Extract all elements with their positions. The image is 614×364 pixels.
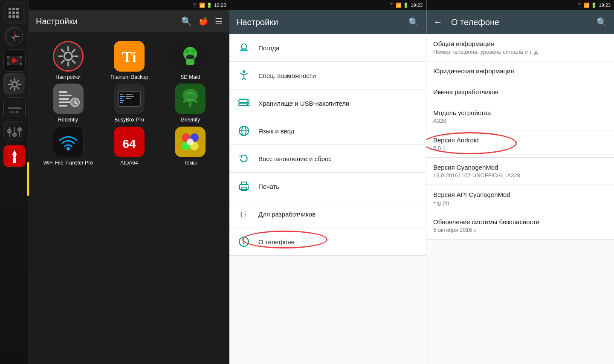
apple-icon[interactable]: 🍎 [199, 17, 208, 26]
dock-icon-film[interactable] [3, 49, 26, 72]
settings-item-language[interactable]: Язык и ввод [229, 117, 426, 145]
settings-item-weather[interactable]: Погода [229, 34, 426, 62]
about-search-icon[interactable]: 🔍 [597, 17, 607, 27]
about-time: 19:23 [599, 3, 611, 8]
svg-text:01:34: 01:34 [10, 110, 19, 114]
svg-rect-19 [7, 63, 9, 65]
app-icon-sdmaid [175, 41, 206, 72]
app-item-recently[interactable]: Recently [39, 84, 97, 123]
settings-item-language-label: Язык и ввод [258, 127, 294, 135]
settings-search-icon[interactable]: 🔍 [408, 17, 419, 27]
settings-item-about-label: О телефоне [258, 238, 295, 246]
app-icon-themes [175, 127, 206, 157]
svg-rect-6 [12, 15, 15, 18]
app-item-aida[interactable]: 64 AIDA64 [100, 127, 158, 166]
dock: 01:34 [0, 0, 29, 364]
menu-icon[interactable]: ☰ [215, 16, 223, 26]
drawer-header-actions: 🔍 🍎 ☰ [181, 16, 223, 26]
about-item-api-title: Версия API CyanogenMod [433, 191, 607, 198]
settings-item-developer[interactable]: {} Для разработчиков [229, 200, 426, 228]
svg-point-61 [185, 49, 189, 53]
weather-icon [236, 40, 252, 55]
back-button[interactable]: ← [433, 17, 443, 28]
about-status-icons: 📱 📶 🔋 [576, 3, 597, 8]
about-item-legal-title: Юридическая информация [433, 67, 607, 75]
app-icon-wifi [53, 127, 84, 157]
dock-icon-clock[interactable]: 01:34 [3, 97, 26, 119]
about-item-api[interactable]: Версия API CyanogenMod Fig (6) [426, 185, 614, 212]
settings-item-weather-label: Погода [258, 44, 279, 52]
app-item-titanium[interactable]: Ti Titanium Backup [100, 41, 158, 80]
about-item-general-title: Общая информация [433, 40, 607, 47]
svg-point-102 [247, 104, 248, 105]
app-item-busybox[interactable]: BusyBox Pro [100, 84, 158, 123]
svg-rect-7 [16, 8, 19, 10]
app-item-themes[interactable]: Темы [162, 127, 219, 166]
drawer-header: Настройки 🔍 🍎 ☰ [29, 10, 229, 32]
settings-item-restore[interactable]: Восстановление и сброс [229, 145, 426, 173]
svg-rect-33 [8, 107, 21, 109]
settings-title: Настройки [236, 17, 403, 27]
settings-item-storage-label: Хранилище и USB-накопители [258, 100, 349, 107]
about-item-legal[interactable]: Юридическая информация [426, 61, 614, 82]
settings-item-accessibility[interactable]: Спец. возможности [229, 62, 426, 90]
svg-rect-78 [120, 98, 122, 99]
search-icon[interactable]: 🔍 [181, 16, 192, 26]
settings-item-about[interactable]: i О телефоне [229, 228, 426, 256]
settings-time: 19:23 [411, 3, 423, 8]
svg-rect-67 [59, 95, 72, 96]
drawer-status-bar: 📱 📶 🔋 19:23 [29, 0, 229, 10]
about-item-security-title: Обновление системы безопасности [433, 218, 607, 225]
app-item-settings[interactable]: Настройки [39, 41, 97, 80]
dock-icon-settings-cog[interactable] [3, 73, 26, 95]
dock-icon-1[interactable] [3, 2, 26, 24]
about-item-devnames[interactable]: Имена разработчиков [426, 82, 614, 103]
dock-icon-mixer[interactable] [3, 121, 26, 143]
svg-rect-69 [59, 101, 71, 103]
svg-rect-82 [126, 96, 134, 97]
about-item-android[interactable]: Версия Android 6.0.1 [426, 130, 614, 158]
svg-rect-3 [9, 15, 11, 18]
about-list: Общая информация Номер телефона, уровень… [426, 34, 614, 364]
svg-rect-86 [189, 101, 191, 107]
accessibility-icon [236, 68, 252, 83]
app-icon-greenify [175, 84, 206, 114]
about-item-devnames-title: Имена разработчиков [433, 88, 607, 95]
settings-item-print[interactable]: Печать [229, 173, 426, 200]
svg-text:Ti: Ti [122, 49, 136, 66]
dock-icon-suit[interactable] [3, 145, 26, 167]
dock-icon-compass[interactable] [3, 26, 26, 48]
svg-rect-44 [13, 154, 16, 163]
settings-list: Погода Спец. возможности Хранилище и USB… [229, 34, 426, 364]
settings-panel: 📱 📶 🔋 19:23 Настройки 🔍 Погода Спец. воз… [229, 0, 426, 364]
drawer-time: 19:23 [214, 3, 226, 8]
svg-point-98 [243, 70, 245, 73]
app-drawer: 📱 📶 🔋 19:23 Настройки 🔍 🍎 ☰ Настройки Ti… [29, 0, 229, 364]
about-item-cyanogen[interactable]: Версия CyanogenMod 13.0-20161107-UNOFFIC… [426, 158, 614, 185]
svg-rect-18 [20, 56, 22, 58]
svg-point-88 [67, 147, 70, 150]
svg-point-96 [187, 139, 194, 145]
settings-status-icons: 📱 📶 🔋 [388, 3, 409, 8]
svg-rect-70 [59, 105, 67, 107]
app-label-wifi: WiFi File Transfer Pro [43, 160, 93, 166]
about-item-security[interactable]: Обновление системы безопасности 5 октябр… [426, 212, 614, 240]
app-item-greenify[interactable]: Greenify [162, 84, 219, 123]
about-item-model[interactable]: Модель устройства A328 [426, 103, 614, 130]
app-icon-settings [53, 41, 84, 72]
about-item-general[interactable]: Общая информация Номер телефона, уровень… [426, 34, 614, 61]
svg-text:{}: {} [240, 211, 247, 218]
about-header: ← О телефоне 🔍 [426, 10, 614, 34]
app-label-themes: Темы [184, 160, 197, 166]
app-label-sdmaid: SD Maid [180, 74, 200, 80]
svg-rect-64 [186, 59, 194, 65]
svg-rect-45 [11, 157, 14, 158]
app-item-sdmaid[interactable]: SD Maid [162, 41, 219, 80]
svg-text:64: 64 [122, 137, 136, 150]
svg-rect-80 [120, 102, 123, 103]
storage-icon [236, 95, 252, 111]
svg-point-62 [191, 49, 196, 53]
app-item-wifi[interactable]: WiFi File Transfer Pro [39, 127, 97, 166]
settings-item-storage[interactable]: Хранилище и USB-накопители [229, 90, 426, 117]
settings-item-developer-label: Для разработчиков [258, 211, 316, 218]
